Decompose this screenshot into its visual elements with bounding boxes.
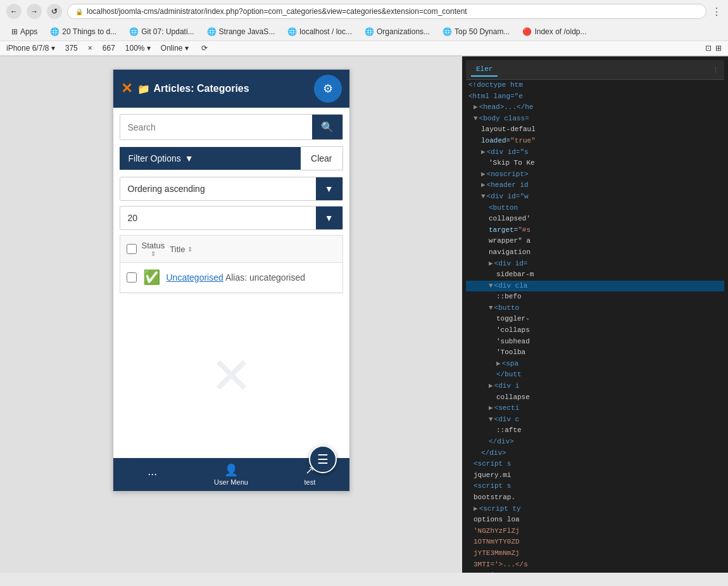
- bottom-nav-test[interactable]: ↗ test: [270, 463, 349, 486]
- devtools-panel: Eler ⋮ <!doctype htm <html lang="e ▶<hea…: [462, 56, 728, 573]
- network-selector[interactable]: Online ▾: [161, 44, 189, 53]
- code-line: ▼<body class=: [466, 113, 724, 125]
- bottom-nav-user-menu[interactable]: 👤 User Menu: [192, 463, 270, 486]
- bookmark-index-label: Index of /oldp...: [534, 27, 586, 36]
- gear-icon: ⚙: [323, 82, 333, 96]
- bookmarks-bar: ⊞ Apps 🌐 20 Things to d... 🌐 Git 07: Upd…: [0, 23, 728, 41]
- page-title-text: Articles: Categories: [154, 83, 249, 94]
- menu-fab-button[interactable]: ☰: [309, 445, 337, 473]
- code-line: ▶<header id: [466, 180, 724, 191]
- bookmark-git07[interactable]: 🌐 Git 07: Updati...: [124, 25, 199, 38]
- device-selector[interactable]: iPhone 6/7/8 ▾: [6, 44, 55, 53]
- bookmark-index[interactable]: 🔴 Index of /oldp...: [517, 25, 591, 38]
- uncategorised-link[interactable]: Uncategorised: [166, 272, 223, 283]
- bookmark-20things-label: 20 Things to d...: [62, 27, 116, 36]
- code-line: ▶<div id=: [466, 258, 724, 270]
- code-line: ::afte: [466, 425, 724, 436]
- address-bar[interactable]: 🔒 localhost/joomla-cms/administrator/ind…: [67, 4, 706, 19]
- back-button[interactable]: ←: [6, 4, 22, 19]
- per-page-dropdown: 20 ▼: [120, 206, 343, 230]
- code-line: 3MTI='>...</s: [466, 559, 724, 571]
- test-label: test: [304, 478, 315, 486]
- clear-label: Clear: [311, 153, 332, 163]
- user-menu-label: User Menu: [214, 478, 248, 486]
- code-line: ▶<spa: [466, 359, 724, 370]
- code-line: sidebar-m: [466, 269, 724, 281]
- bookmark-top50[interactable]: 🌐 Top 50 Dynam...: [437, 25, 515, 38]
- select-all-checkbox[interactable]: [127, 244, 137, 254]
- split-screen-icon[interactable]: ⊞: [715, 44, 722, 53]
- code-line: layout-defaul: [466, 124, 724, 136]
- bottom-nav-more[interactable]: ···: [113, 468, 192, 482]
- alias-text: Alias: uncategorised: [225, 272, 305, 283]
- filter-chevron-icon: ▼: [185, 153, 194, 163]
- bookmark-organizations[interactable]: 🌐 Organizations...: [360, 25, 435, 38]
- viewport-separator: ×: [88, 44, 92, 53]
- published-status-icon: ✅: [143, 269, 160, 286]
- bookmark-strangejavas-label: Strange JavaS...: [219, 27, 275, 36]
- search-icon: 🔍: [321, 122, 334, 132]
- lock-icon: 🔒: [75, 8, 83, 15]
- row-checkbox[interactable]: [127, 272, 137, 283]
- viewport-width: 375: [65, 44, 78, 53]
- code-line: loaded="true": [466, 136, 724, 147]
- search-input[interactable]: [120, 115, 312, 139]
- bookmark-localhost[interactable]: 🌐 localhost / loc...: [282, 25, 357, 38]
- code-line: <!doctype htm: [466, 80, 724, 91]
- more-icon: ···: [147, 468, 157, 481]
- code-line: wrapper" a: [466, 236, 724, 247]
- devtools-more-icon[interactable]: ⋮: [712, 66, 719, 74]
- bookmark-20things-icon: 🌐: [50, 27, 60, 36]
- devtools-toggle-icon[interactable]: ⊡: [705, 44, 712, 53]
- hamburger-icon: ☰: [317, 452, 329, 467]
- code-line: <html lang="e: [466, 91, 724, 103]
- status-sort-icon[interactable]: ⇕: [151, 250, 156, 257]
- network-chevron-icon: ▾: [185, 44, 189, 53]
- clear-button[interactable]: Clear: [301, 146, 342, 170]
- rotate-icon[interactable]: ⟳: [201, 44, 208, 53]
- code-line: 'collaps: [466, 325, 724, 336]
- bookmark-organizations-label: Organizations...: [377, 27, 430, 36]
- bookmark-index-icon: 🔴: [522, 27, 532, 36]
- bookmark-strangejavas[interactable]: 🌐 Strange JavaS...: [202, 25, 280, 38]
- forward-button[interactable]: →: [27, 4, 42, 19]
- code-line: 1OTNmYTY0ZD: [466, 537, 724, 548]
- devtools-tab-elements[interactable]: Eler: [471, 63, 498, 77]
- per-page-dropdown-button[interactable]: ▼: [316, 207, 342, 229]
- code-line: toggler-: [466, 314, 724, 325]
- code-line: navigation: [466, 247, 724, 258]
- main-layout: ✕ 📁 Articles: Categories ⚙ 🔍: [0, 56, 728, 573]
- per-page-value: 20: [120, 207, 316, 229]
- bookmark-20things[interactable]: 🌐 20 Things to d...: [45, 25, 122, 38]
- refresh-button[interactable]: ↺: [47, 4, 62, 19]
- bookmark-localhost-label: localhost / loc...: [299, 27, 352, 36]
- mobile-preview: ✕ 📁 Articles: Categories ⚙ 🔍: [0, 56, 462, 573]
- device-toolbar: iPhone 6/7/8 ▾ 375 × 667 100% ▾ Online ▾…: [0, 41, 728, 56]
- code-line: 'Toolba: [466, 347, 724, 359]
- filter-bar: Filter Options ▼ Clear: [120, 146, 343, 170]
- joomla-logo-icon: ✕: [121, 80, 132, 97]
- table-header: Status ⇕ Title ⇕: [120, 236, 342, 263]
- code-line: ::befo: [466, 291, 724, 303]
- code-line: ▶<head>...</he: [466, 102, 724, 113]
- bookmark-apps[interactable]: ⊞ Apps: [6, 25, 42, 38]
- code-line: </div>: [466, 448, 724, 459]
- title-sort-icon[interactable]: ⇕: [187, 246, 192, 253]
- code-line: target="#s: [466, 225, 724, 236]
- filter-options-button[interactable]: Filter Options ▼: [120, 147, 301, 170]
- watermark-area: ✕: [113, 293, 349, 458]
- search-button[interactable]: 🔍: [312, 115, 342, 139]
- per-page-chevron-icon: ▼: [325, 213, 334, 223]
- devtools-toolbar: Eler ⋮: [466, 60, 724, 80]
- extensions-button[interactable]: ⋮: [712, 6, 722, 18]
- code-line: collapsed': [466, 213, 724, 225]
- ordering-dropdown-button[interactable]: ▼: [316, 177, 342, 200]
- gear-button[interactable]: ⚙: [314, 75, 342, 103]
- code-line: <script s: [466, 481, 724, 492]
- zoom-selector[interactable]: 100% ▾: [125, 44, 151, 53]
- code-line: bootstrap.: [466, 492, 724, 504]
- filter-options-label: Filter Options: [129, 153, 181, 163]
- code-line: ▶<script ty: [466, 504, 724, 515]
- code-line: ▼<div c: [466, 414, 724, 426]
- bottom-nav: ··· 👤 User Menu ↗ test ☰: [113, 458, 349, 491]
